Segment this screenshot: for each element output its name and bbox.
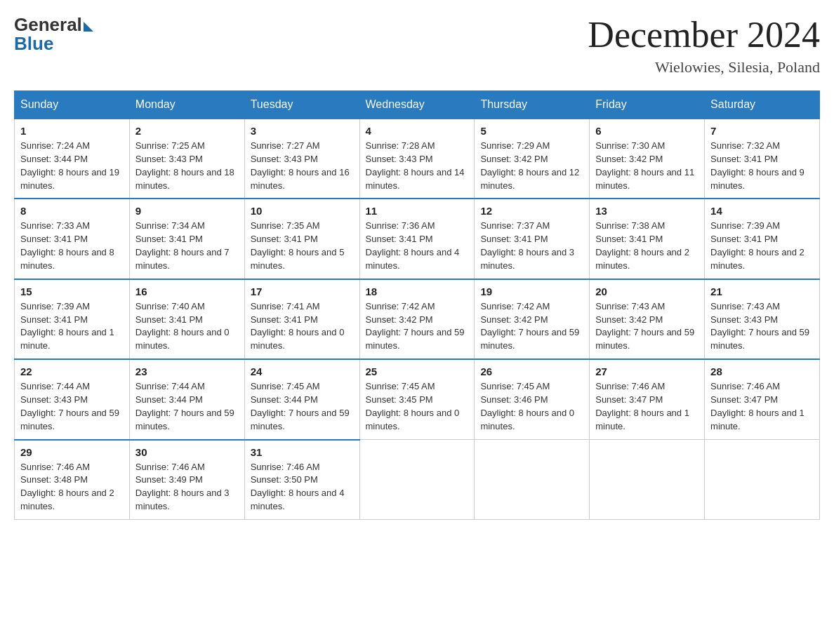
day-number: 22 <box>20 365 124 377</box>
day-number: 30 <box>135 446 239 458</box>
day-info: Sunrise: 7:24 AMSunset: 3:44 PMDaylight:… <box>20 140 124 192</box>
day-cell: 8Sunrise: 7:33 AMSunset: 3:41 PMDaylight… <box>15 199 130 279</box>
day-info: Sunrise: 7:44 AMSunset: 3:43 PMDaylight:… <box>20 380 124 433</box>
day-cell: 19Sunrise: 7:42 AMSunset: 3:42 PMDayligh… <box>475 279 590 359</box>
day-cell: 26Sunrise: 7:45 AMSunset: 3:46 PMDayligh… <box>475 359 590 439</box>
day-number: 24 <box>251 365 354 377</box>
day-number: 27 <box>595 365 699 377</box>
day-cell: 14Sunrise: 7:39 AMSunset: 3:41 PMDayligh… <box>705 199 820 279</box>
day-cell: 22Sunrise: 7:44 AMSunset: 3:43 PMDayligh… <box>15 359 130 439</box>
day-cell: 30Sunrise: 7:46 AMSunset: 3:49 PMDayligh… <box>129 440 244 520</box>
day-info: Sunrise: 7:30 AMSunset: 3:42 PMDaylight:… <box>595 140 699 192</box>
day-info: Sunrise: 7:42 AMSunset: 3:42 PMDaylight:… <box>366 300 469 353</box>
calendar-table: Sunday Monday Tuesday Wednesday Thursday… <box>14 90 820 520</box>
day-info: Sunrise: 7:39 AMSunset: 3:41 PMDaylight:… <box>20 300 124 353</box>
day-cell: 2Sunrise: 7:25 AMSunset: 3:43 PMDaylight… <box>129 119 244 199</box>
day-cell: 10Sunrise: 7:35 AMSunset: 3:41 PMDayligh… <box>244 199 359 279</box>
day-number: 6 <box>595 125 699 137</box>
col-tuesday: Tuesday <box>244 91 359 119</box>
day-cell: 25Sunrise: 7:45 AMSunset: 3:45 PMDayligh… <box>359 359 475 439</box>
day-info: Sunrise: 7:35 AMSunset: 3:41 PMDaylight:… <box>251 220 354 272</box>
day-info: Sunrise: 7:37 AMSunset: 3:41 PMDaylight:… <box>480 220 583 272</box>
day-info: Sunrise: 7:46 AMSunset: 3:47 PMDaylight:… <box>595 380 699 433</box>
calendar-header-row: Sunday Monday Tuesday Wednesday Thursday… <box>15 91 820 119</box>
calendar-week-row: 15Sunrise: 7:39 AMSunset: 3:41 PMDayligh… <box>15 279 820 359</box>
day-info: Sunrise: 7:29 AMSunset: 3:42 PMDaylight:… <box>480 140 583 192</box>
day-number: 19 <box>480 286 583 297</box>
col-sunday: Sunday <box>15 91 130 119</box>
day-cell: 9Sunrise: 7:34 AMSunset: 3:41 PMDaylight… <box>129 199 244 279</box>
title-block: December 2024 Wielowies, Silesia, Poland <box>588 14 820 76</box>
day-cell: 27Sunrise: 7:46 AMSunset: 3:47 PMDayligh… <box>590 359 705 439</box>
day-cell: 28Sunrise: 7:46 AMSunset: 3:47 PMDayligh… <box>705 359 820 439</box>
day-cell: 11Sunrise: 7:36 AMSunset: 3:41 PMDayligh… <box>359 199 475 279</box>
day-number: 28 <box>710 365 814 377</box>
calendar-week-row: 1Sunrise: 7:24 AMSunset: 3:44 PMDaylight… <box>15 119 820 199</box>
day-info: Sunrise: 7:33 AMSunset: 3:41 PMDaylight:… <box>20 220 124 272</box>
col-wednesday: Wednesday <box>359 91 475 119</box>
day-info: Sunrise: 7:46 AMSunset: 3:49 PMDaylight:… <box>135 461 239 514</box>
day-cell: 12Sunrise: 7:37 AMSunset: 3:41 PMDayligh… <box>475 199 590 279</box>
day-cell: 4Sunrise: 7:28 AMSunset: 3:43 PMDaylight… <box>359 119 475 199</box>
col-friday: Friday <box>590 91 705 119</box>
day-cell: 18Sunrise: 7:42 AMSunset: 3:42 PMDayligh… <box>359 279 475 359</box>
day-info: Sunrise: 7:39 AMSunset: 3:41 PMDaylight:… <box>710 220 814 272</box>
empty-cell <box>475 440 590 520</box>
day-cell: 16Sunrise: 7:40 AMSunset: 3:41 PMDayligh… <box>129 279 244 359</box>
day-cell: 17Sunrise: 7:41 AMSunset: 3:41 PMDayligh… <box>244 279 359 359</box>
location-title: Wielowies, Silesia, Poland <box>588 58 820 76</box>
col-monday: Monday <box>129 91 244 119</box>
empty-cell <box>590 440 705 520</box>
day-info: Sunrise: 7:46 AMSunset: 3:50 PMDaylight:… <box>251 461 354 514</box>
month-title: December 2024 <box>588 14 820 55</box>
page-header: General Blue December 2024 Wielowies, Si… <box>14 14 820 76</box>
logo-arrow-icon <box>84 22 93 32</box>
day-number: 1 <box>20 125 124 137</box>
day-number: 26 <box>480 365 583 377</box>
day-cell: 21Sunrise: 7:43 AMSunset: 3:43 PMDayligh… <box>705 279 820 359</box>
day-cell: 29Sunrise: 7:46 AMSunset: 3:48 PMDayligh… <box>15 440 130 520</box>
day-info: Sunrise: 7:43 AMSunset: 3:43 PMDaylight:… <box>710 300 814 353</box>
day-info: Sunrise: 7:25 AMSunset: 3:43 PMDaylight:… <box>135 140 239 192</box>
day-cell: 20Sunrise: 7:43 AMSunset: 3:42 PMDayligh… <box>590 279 705 359</box>
logo: General Blue <box>14 14 93 55</box>
day-cell: 13Sunrise: 7:38 AMSunset: 3:41 PMDayligh… <box>590 199 705 279</box>
day-info: Sunrise: 7:45 AMSunset: 3:44 PMDaylight:… <box>251 380 354 433</box>
day-info: Sunrise: 7:42 AMSunset: 3:42 PMDaylight:… <box>480 300 583 353</box>
day-number: 15 <box>20 286 124 297</box>
day-info: Sunrise: 7:27 AMSunset: 3:43 PMDaylight:… <box>251 140 354 192</box>
day-number: 9 <box>135 205 239 217</box>
col-thursday: Thursday <box>475 91 590 119</box>
day-number: 3 <box>251 125 354 137</box>
day-number: 4 <box>366 125 469 137</box>
day-cell: 24Sunrise: 7:45 AMSunset: 3:44 PMDayligh… <box>244 359 359 439</box>
day-number: 16 <box>135 286 239 297</box>
col-saturday: Saturday <box>705 91 820 119</box>
day-info: Sunrise: 7:46 AMSunset: 3:48 PMDaylight:… <box>20 461 124 514</box>
day-number: 8 <box>20 205 124 217</box>
empty-cell <box>705 440 820 520</box>
day-info: Sunrise: 7:28 AMSunset: 3:43 PMDaylight:… <box>366 140 469 192</box>
day-info: Sunrise: 7:34 AMSunset: 3:41 PMDaylight:… <box>135 220 239 272</box>
day-number: 10 <box>251 205 354 217</box>
day-number: 18 <box>366 286 469 297</box>
day-cell: 3Sunrise: 7:27 AMSunset: 3:43 PMDaylight… <box>244 119 359 199</box>
day-info: Sunrise: 7:40 AMSunset: 3:41 PMDaylight:… <box>135 300 239 353</box>
day-number: 31 <box>251 446 354 458</box>
day-info: Sunrise: 7:45 AMSunset: 3:45 PMDaylight:… <box>366 380 469 433</box>
day-cell: 15Sunrise: 7:39 AMSunset: 3:41 PMDayligh… <box>15 279 130 359</box>
day-info: Sunrise: 7:43 AMSunset: 3:42 PMDaylight:… <box>595 300 699 353</box>
day-cell: 6Sunrise: 7:30 AMSunset: 3:42 PMDaylight… <box>590 119 705 199</box>
day-number: 29 <box>20 446 124 458</box>
empty-cell <box>359 440 475 520</box>
day-cell: 23Sunrise: 7:44 AMSunset: 3:44 PMDayligh… <box>129 359 244 439</box>
calendar-week-row: 8Sunrise: 7:33 AMSunset: 3:41 PMDaylight… <box>15 199 820 279</box>
day-cell: 31Sunrise: 7:46 AMSunset: 3:50 PMDayligh… <box>244 440 359 520</box>
day-number: 13 <box>595 205 699 217</box>
day-cell: 1Sunrise: 7:24 AMSunset: 3:44 PMDaylight… <box>15 119 130 199</box>
day-info: Sunrise: 7:32 AMSunset: 3:41 PMDaylight:… <box>710 140 814 192</box>
day-info: Sunrise: 7:46 AMSunset: 3:47 PMDaylight:… <box>710 380 814 433</box>
day-number: 5 <box>480 125 583 137</box>
day-cell: 5Sunrise: 7:29 AMSunset: 3:42 PMDaylight… <box>475 119 590 199</box>
day-info: Sunrise: 7:44 AMSunset: 3:44 PMDaylight:… <box>135 380 239 433</box>
